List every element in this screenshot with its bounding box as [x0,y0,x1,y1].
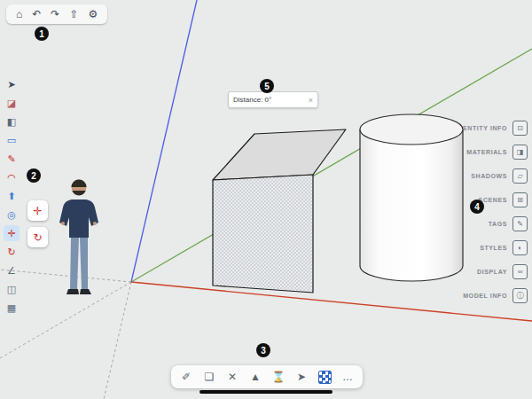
panel-tab-model-info[interactable]: MODEL INFO ⓘ [463,284,528,308]
rotate-icon: ↻ [7,246,15,258]
box-front-face-selected[interactable] [213,175,313,293]
panel-tab-shadows[interactable]: SHADOWS ▱ [463,164,528,188]
undo-icon: ↶ [32,8,41,20]
axis-blue-negative [104,282,131,399]
ellipsis-icon: … [342,371,353,383]
callout-badge-2: 2 [27,168,41,183]
panel-tab-display[interactable]: DISPLAY ∞ [463,260,528,284]
panel-label: TAGS [489,221,507,227]
arc-icon: ◠ [7,172,16,184]
axis-red-negative [0,270,131,282]
eraser-icon: ◪ [7,98,16,109]
flyout-rotate-button[interactable]: ↻ [27,227,48,247]
figure-hair [72,180,87,188]
prism-icon: ▲ [250,371,261,383]
move-icon: ✛ [7,228,15,239]
pencil-tool-button[interactable]: ✎ [4,151,20,167]
hourglass-button[interactable]: ⌛ [270,369,286,385]
wand-icon: ✐ [182,371,191,383]
figure-right-leg [80,238,88,289]
pattern-swatch-icon [318,371,332,384]
solid-tools-button[interactable]: ▲ [247,369,263,385]
pattern-swatch-button[interactable] [317,369,332,385]
bottom-toolbar: ✐ ❏ ✕ ▲ ⌛ ➤ … [171,365,363,388]
scenes-icon: ⊞ [512,192,528,207]
callout-badge-4: 4 [470,200,484,214]
select-tool-button[interactable]: ➤ [4,76,20,92]
panel-tab-styles[interactable]: STYLES ◐ [463,236,528,260]
rotate-tool-button[interactable]: ↻ [4,244,20,260]
panel-label: SHADOWS [471,173,507,179]
flyout-move-button[interactable]: ✛ [27,200,48,221]
callout-badge-3: 3 [256,343,270,357]
close-icon[interactable]: × [309,96,313,105]
figure-beard [72,191,85,195]
redo-icon: ↷ [51,8,59,20]
trash-icon: ✕ [228,371,237,383]
figure-left-leg [70,238,79,289]
cylinder[interactable] [360,114,463,281]
axis-blue [131,0,197,282]
home-indicator-bar [200,390,332,394]
copy-icon: ❏ [205,371,215,383]
eraser-tool-button[interactable]: ◪ [4,95,20,111]
section-plane-tool-button[interactable]: ◫ [4,281,20,297]
copy-button[interactable]: ❏ [201,369,217,385]
cylinder-top-face[interactable] [360,114,463,145]
offset-icon: ◎ [7,209,16,221]
select-icon: ➤ [7,79,15,90]
callout-badge-1: 1 [35,27,49,41]
home-button[interactable]: ⌂ [16,8,22,20]
display-icon: ∞ [512,264,528,279]
panel-label: MODEL INFO [463,293,507,299]
panel-label: MATERIALS [466,149,507,155]
figure-right-shoe [80,289,91,294]
hourglass-icon: ⌛ [272,371,286,383]
callout-badge-5: 5 [260,79,274,93]
tags-icon: ✎ [512,216,528,231]
left-toolbar: ➤ ◪ ◧ ▭ ✎ ◠ ⬆ ◎ ✛ ↻ ∠ ◫ ▦ [4,76,20,316]
cursor-icon: ➤ [297,371,306,383]
model-info-icon: ⓘ [512,288,528,303]
move-tool-button[interactable]: ✛ [4,225,20,241]
photo-texture-tool-button[interactable]: ▦ [4,300,20,316]
export-button[interactable]: ⇧ [69,8,78,20]
offset-tool-button[interactable]: ◎ [4,207,20,223]
style-wand-button[interactable]: ✐ [178,369,194,385]
more-options-button[interactable]: … [340,369,356,385]
section-plane-icon: ◫ [7,284,16,295]
push-pull-tool-button[interactable]: ⬆ [4,188,20,204]
paint-bucket-tool-button[interactable]: ◧ [4,113,20,129]
move-tool-flyout: ✛ ↻ [27,200,48,247]
box-top-face[interactable] [213,129,346,180]
tape-measure-tool-button[interactable]: ∠ [4,262,20,278]
paint-bucket-icon: ◧ [7,116,16,128]
measurement-box: Distance: 0° × [228,91,318,108]
home-icon: ⌂ [16,8,22,20]
figure-left-hand [61,222,65,225]
panel-tab-tags[interactable]: TAGS ✎ [463,212,528,236]
axis-green-negative [0,282,131,358]
scale-figure[interactable] [59,180,98,295]
panel-tab-materials[interactable]: MATERIALS ◨ [463,140,528,164]
panel-label: ENTITY INFO [463,125,507,131]
undo-button[interactable]: ↶ [32,8,41,20]
shadows-icon: ▱ [512,168,528,184]
viewport[interactable]: ⌂ ↶ ↷ ⇧ ⚙ ➤ ◪ ◧ ▭ ✎ ◠ ⬆ ◎ ✛ ↻ ∠ ◫ ▦ ✛ ↻ … [0,0,532,399]
pencil-icon: ✎ [7,153,15,165]
cursor-button[interactable]: ➤ [293,369,309,385]
measurement-value: Distance: 0° [233,96,271,104]
3d-scene[interactable] [0,0,532,399]
figure-left-shoe [66,289,79,294]
box[interactable] [213,129,346,293]
arc-tool-button[interactable]: ◠ [4,169,20,185]
panel-label: STYLES [480,245,507,251]
rectangle-icon: ▭ [7,135,16,146]
figure-shirt [59,200,98,238]
redo-button[interactable]: ↷ [51,8,59,20]
delete-button[interactable]: ✕ [224,369,240,385]
shapes-tool-button[interactable]: ▭ [4,132,20,148]
panel-tab-entity-info[interactable]: ENTITY INFO ⊡ [463,116,528,140]
settings-button[interactable]: ⚙ [88,8,98,20]
cylinder-body[interactable] [360,129,463,281]
